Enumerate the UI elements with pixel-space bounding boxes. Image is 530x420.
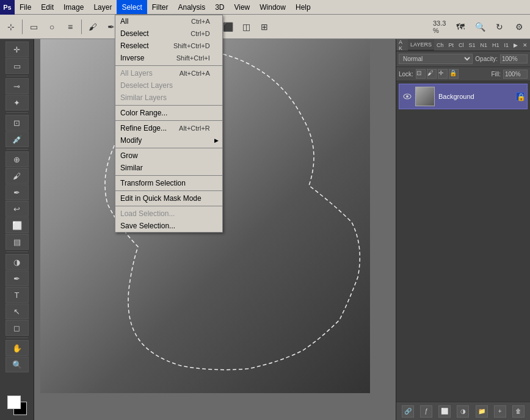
menu-select[interactable]: Select <box>117 0 147 14</box>
tool-options-btn[interactable]: ⊹ <box>2 18 20 35</box>
layer-mask-btn[interactable]: ⬜ <box>438 405 451 418</box>
menu-file[interactable]: File <box>15 0 36 14</box>
delete-layer-btn[interactable]: 🗑 <box>512 405 525 418</box>
tab-styles[interactable]: N1 <box>477 39 490 51</box>
dodge-tool[interactable]: ◑ <box>5 254 29 270</box>
add-delete-label: Add/Delete <box>162 23 200 31</box>
gradient-tool[interactable]: ▤ <box>5 234 29 250</box>
marquee-opt-rect[interactable]: ▭ <box>25 18 42 35</box>
marquee-tool[interactable]: ▭ <box>5 58 29 74</box>
panel-menu[interactable]: ▶ <box>511 39 520 51</box>
panel-close[interactable]: ✕ <box>520 39 530 51</box>
crop-tool[interactable]: ⊡ <box>5 115 29 131</box>
options-btn[interactable]: ⚙ <box>510 18 528 35</box>
swatch-container <box>7 396 27 415</box>
eraser-icon[interactable]: ⊡ <box>139 18 156 35</box>
tools-sep-3 <box>6 149 28 150</box>
pen-icon[interactable]: ✒ <box>103 18 120 35</box>
lock-controls: ⊡ 🖌 ✛ 🔒 <box>416 69 459 79</box>
lock-transparent-btn[interactable]: ⊡ <box>416 69 426 79</box>
tab-history[interactable]: H1 <box>490 39 502 51</box>
eraser-tool[interactable]: ⬜ <box>5 217 29 233</box>
subtract-selection-btn[interactable]: ⬛ <box>219 18 236 35</box>
path-selection-tool[interactable]: ↖ <box>5 303 29 319</box>
lasso-tool[interactable]: ⊸ <box>5 78 29 94</box>
fill-label: Fill: <box>491 71 501 78</box>
eyedropper-tool[interactable]: 💉 <box>5 131 29 147</box>
path-icon[interactable]: ◇ <box>121 18 138 35</box>
history-brush-tool[interactable]: ↩ <box>5 201 29 217</box>
brush-tool[interactable]: 🖌 <box>5 168 29 184</box>
menu-image[interactable]: Image <box>59 0 89 14</box>
menu-edit[interactable]: Edit <box>36 0 59 14</box>
healing-brush-tool[interactable]: ⊕ <box>5 151 29 167</box>
tab-swatches[interactable]: S1 <box>466 39 477 51</box>
menu-window[interactable]: Window <box>255 0 291 14</box>
blend-mode-select[interactable]: Normal <box>399 54 473 64</box>
menu-layer[interactable]: Layer <box>89 0 117 14</box>
tools-panel: ✛ ▭ ⊸ ✦ ⊡ 💉 ⊕ 🖌 ✒ ↩ ⬜ ▤ ◑ ✒ T ↖ ◻ ✋ 🔍 <box>0 39 34 420</box>
tab-actions[interactable]: I1 <box>501 39 511 51</box>
marquee-opt-3[interactable]: ≡ <box>62 18 79 35</box>
tab-channels[interactable]: Ch <box>434 39 446 51</box>
menu-view[interactable]: View <box>229 0 255 14</box>
selection-overlay <box>40 39 370 393</box>
layer-lock-area: Lock: ⊡ 🖌 ✛ 🔒 Fill: <box>396 67 530 81</box>
foreground-swatch[interactable] <box>7 396 21 409</box>
color-swatches <box>5 393 29 418</box>
toolbar-separator-2 <box>81 20 82 34</box>
menu-items: File Edit Image Layer Select Filter Anal… <box>15 0 316 14</box>
toolbar-separator-1 <box>22 20 23 34</box>
add-selection-btn[interactable]: ⬜ <box>201 18 218 35</box>
marquee-opt-round[interactable]: ○ <box>43 18 60 35</box>
type-tool[interactable]: T <box>5 287 29 303</box>
lock-image-btn[interactable]: 🖌 <box>427 69 437 79</box>
layer-visibility-eye[interactable] <box>402 91 413 102</box>
tools-sep-4 <box>6 252 28 252</box>
zoom-area: 33.3 % 🗺 🔍 ↻ ⚙ <box>432 18 528 35</box>
tools-sep-1 <box>6 76 28 76</box>
opacity-label: Opacity: <box>475 56 498 62</box>
exclude-selection-btn[interactable]: ⊞ <box>256 18 273 35</box>
layer-style-btn[interactable]: ƒ <box>420 405 432 418</box>
magic-wand-tool[interactable]: ✦ <box>5 95 29 110</box>
main-layout: ✛ ▭ ⊸ ✦ ⊡ 💉 ⊕ 🖌 ✒ ↩ ⬜ ▤ ◑ ✒ T ↖ ◻ ✋ 🔍 <box>0 39 530 420</box>
lock-label: Lock: <box>399 71 413 78</box>
navigator-btn[interactable]: 🗺 <box>452 18 469 35</box>
tab-paths[interactable]: Pt <box>446 39 456 51</box>
layer-name: Background <box>435 93 516 100</box>
app-logo: Ps <box>0 0 15 15</box>
brush-icon[interactable]: 🖌 <box>84 18 101 35</box>
tools-sep-5 <box>6 338 28 338</box>
options-bar: ⊹ ▭ ○ ≡ 🖌 ✒ ◇ ⊡ Add/Delete ⬜ ⬛ ◫ ⊞ 33.3 … <box>0 15 530 39</box>
layer-background[interactable]: Background 🔒 <box>399 84 528 109</box>
intersect-selection-btn[interactable]: ◫ <box>238 18 255 35</box>
shape-tool[interactable]: ◻ <box>5 320 29 336</box>
svg-point-3 <box>406 95 408 98</box>
link-layers-btn[interactable]: 🔗 <box>402 405 414 418</box>
menu-help[interactable]: Help <box>291 0 316 14</box>
hand-tool[interactable]: ✋ <box>5 340 29 356</box>
new-adjustment-btn[interactable]: ◑ <box>457 405 469 418</box>
tab-channels-mini[interactable]: A K <box>396 39 408 51</box>
lock-position-btn[interactable]: ✛ <box>438 69 448 79</box>
layer-lock-icon[interactable]: 🔒 <box>516 92 525 101</box>
clone-stamp-tool[interactable]: ✒ <box>5 184 29 200</box>
zoom-tool[interactable]: 🔍 <box>5 357 29 372</box>
tab-layers[interactable]: LAYERS <box>408 39 434 51</box>
zoom-in-btn[interactable]: 🔍 <box>471 18 488 35</box>
opacity-input[interactable] <box>500 54 528 63</box>
menu-analysis[interactable]: Analysis <box>173 0 210 14</box>
toolbar-separator-3 <box>159 20 159 34</box>
menu-3d[interactable]: 3D <box>210 0 229 14</box>
menu-filter[interactable]: Filter <box>147 0 173 14</box>
pen-tool[interactable]: ✒ <box>5 270 29 286</box>
move-tool[interactable]: ✛ <box>5 42 29 57</box>
fill-input[interactable] <box>503 70 528 79</box>
rotation-btn[interactable]: ↻ <box>491 18 508 35</box>
lock-all-btn[interactable]: 🔒 <box>449 69 459 79</box>
tab-channels-2[interactable]: Cl <box>456 39 466 51</box>
right-panel: A K LAYERS Ch Pt Cl S1 N1 H1 I1 ▶ ✕ Norm… <box>396 39 530 420</box>
new-group-btn[interactable]: 📁 <box>476 405 488 418</box>
new-layer-btn[interactable]: + <box>494 405 506 418</box>
